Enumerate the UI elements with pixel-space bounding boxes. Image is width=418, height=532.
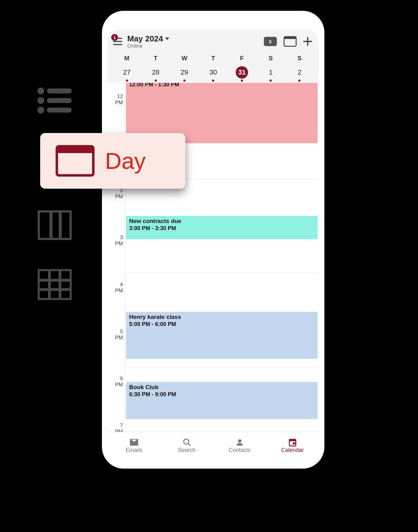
dow-label: M [112,52,141,64]
date-number: 1 [264,66,277,79]
dow-label: F [228,52,256,64]
svg-point-2 [238,439,241,443]
date-number: 30 [207,66,219,79]
date-number: 31 [236,66,248,79]
svg-point-10 [37,97,44,104]
menu-button[interactable]: 1 [112,35,125,48]
svg-rect-13 [47,108,72,113]
search-icon [182,438,192,446]
date-number: 29 [178,66,191,79]
svg-rect-16 [59,212,62,238]
hour-label: 4PM [109,281,123,294]
date-number: 2 [293,66,306,79]
day-view-icon [56,145,95,177]
add-event-button[interactable] [303,37,312,46]
date-cell[interactable]: 31 [228,64,256,83]
calendar-icon [288,438,297,446]
svg-rect-14 [38,211,71,239]
dow-label: S [285,52,314,64]
event-time: 6:30 PM - 9:00 PM [129,391,315,398]
event-indicator-dot [212,79,214,82]
nav-label: Contacts [229,447,251,453]
svg-rect-15 [49,212,53,238]
nav-emails[interactable]: Emails [108,432,160,459]
nav-label: Search [178,447,196,453]
person-icon [235,438,244,446]
month-title: May 2024 [127,34,163,44]
event-indicator-dot [183,79,185,82]
date-number: 27 [121,66,133,79]
connection-status: Online [127,43,264,49]
day-view-button[interactable]: Day [40,133,185,189]
week-strip: MTWTFSS 272829303112 [112,52,314,83]
hour-label: 7PM [109,423,123,432]
dow-label: S [256,52,285,64]
svg-point-0 [184,439,188,444]
three-day-view-button[interactable] [38,210,72,240]
agenda-view-button[interactable] [36,87,74,114]
event-indicator-dot [298,79,301,82]
hour-gridline [125,273,319,273]
nav-label: Calendar [281,447,304,453]
event-indicator-dot [126,79,128,82]
calendar-event[interactable]: New contracts due3:00 PM - 3:30 PM [126,216,318,239]
event-title: Book Club [129,384,315,391]
phone-frame: 1 May 2024 Online 5 [102,11,324,469]
svg-point-12 [37,107,44,114]
date-cell[interactable]: 29 [170,64,199,83]
hour-label: 12PM [109,93,123,105]
event-time: 12:00 PM - 1:30 PM [129,83,315,88]
nav-search[interactable]: Search [160,432,213,459]
month-view-button[interactable] [38,269,72,300]
mail-icon [129,438,139,446]
event-title: Henry karate class [129,314,315,320]
nav-contacts[interactable]: Contacts [213,432,266,459]
date-cell[interactable]: 2 [285,64,314,83]
event-time: 5:00 PM - 6:00 PM [129,321,315,328]
event-time: 3:00 PM - 3:30 PM [129,225,315,232]
hour-gridline [125,367,319,367]
view-mode-button[interactable] [284,36,297,47]
hour-label: 6PM [109,375,123,388]
event-title: New contracts due [129,218,315,225]
nav-calendar[interactable]: Calendar [266,432,319,459]
svg-rect-4 [289,439,296,441]
date-cell[interactable]: 28 [141,64,170,83]
svg-rect-17 [38,270,71,299]
notification-badge: 1 [111,34,118,41]
hour-label: 5PM [109,328,123,341]
event-indicator-dot [154,79,157,82]
nav-label: Emails [125,447,142,453]
dow-label: T [141,52,170,64]
day-view-label: Day [105,148,146,174]
svg-rect-11 [47,98,72,103]
inbox-count-button[interactable]: 5 [264,37,277,46]
dow-label: W [170,52,199,64]
app-header: 1 May 2024 Online 5 [108,29,319,83]
month-picker[interactable]: May 2024 [127,34,264,44]
chevron-down-icon [165,37,169,40]
hour-label: 2PM [109,187,123,200]
svg-rect-5 [293,442,295,444]
event-indicator-dot [270,79,272,82]
calendar-event[interactable]: Book Club6:30 PM - 9:00 PM [126,382,318,419]
hour-label: 3PM [109,234,123,247]
date-number: 28 [150,66,162,79]
event-indicator-dot [241,79,243,82]
dow-label: T [199,52,227,64]
bottom-nav: EmailsSearchContactsCalendar [108,432,319,459]
svg-point-8 [37,88,44,94]
app-screen: 1 May 2024 Online 5 [108,29,319,459]
date-cell[interactable]: 27 [112,64,141,83]
calendar-event[interactable]: Henry karate class5:00 PM - 6:00 PM [126,312,318,359]
date-cell[interactable]: 1 [256,64,285,83]
date-cell[interactable]: 30 [199,64,227,83]
svg-rect-9 [47,88,72,93]
svg-line-1 [188,443,190,446]
